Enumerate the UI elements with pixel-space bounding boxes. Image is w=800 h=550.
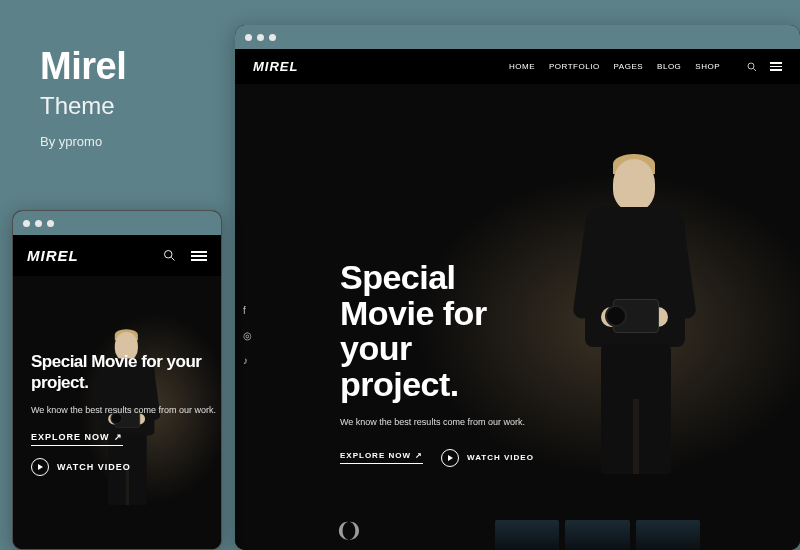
svg-line-3	[171, 257, 174, 260]
menu-icon[interactable]	[191, 251, 207, 261]
theme-subtitle: Theme	[40, 92, 126, 120]
hero-text: Special Movie for your project. We know …	[340, 260, 534, 467]
svg-line-1	[754, 68, 757, 71]
hero-image-person	[557, 159, 712, 479]
menu-icon[interactable]	[770, 62, 782, 71]
hero-section: f ◎ ♪ Special Movie for your project. We…	[235, 85, 800, 550]
hero-subtitle: We know the best results come from our w…	[31, 404, 221, 417]
logo[interactable]: MIREL	[253, 59, 298, 74]
instagram-icon[interactable]: ◎	[243, 330, 252, 341]
svg-point-2	[165, 251, 173, 259]
theme-info-block: Mirel Theme By ypromo	[40, 45, 126, 149]
facebook-icon[interactable]: f	[243, 305, 252, 316]
theme-byline: By ypromo	[40, 134, 126, 149]
svg-point-0	[748, 63, 754, 69]
hero-title-line: your	[340, 331, 534, 367]
site-header: MIREL HOME PORTFOLIO PAGES BLOG SHOP	[235, 49, 800, 84]
nav-shop[interactable]: SHOP	[695, 62, 720, 71]
site-header-mobile: MIREL	[13, 235, 221, 276]
logo[interactable]: MIREL	[27, 247, 79, 264]
explore-label: EXPLORE NOW	[31, 432, 110, 442]
watch-label: WATCH VIDEO	[467, 453, 534, 462]
hero-section-mobile: Special Movie for your project. We know …	[13, 271, 221, 549]
hero-title: Special Movie for your project.	[31, 351, 221, 394]
window-dot	[269, 34, 276, 41]
watch-label: WATCH VIDEO	[57, 462, 131, 472]
play-icon	[31, 458, 49, 476]
explore-label: EXPLORE NOW	[340, 451, 411, 460]
thumbnail-row	[235, 520, 800, 550]
thumbnail[interactable]	[495, 520, 559, 550]
theme-title: Mirel	[40, 45, 126, 88]
hero-subtitle: We know the best results come from our w…	[340, 417, 534, 427]
hero-cta: EXPLORE NOW ↗ WATCH VIDEO	[31, 432, 221, 476]
watch-video-button[interactable]: WATCH VIDEO	[31, 458, 131, 476]
window-dot	[245, 34, 252, 41]
hero-text-mobile: Special Movie for your project. We know …	[31, 351, 221, 476]
hero-title-line: Special	[340, 260, 534, 296]
watch-video-button[interactable]: WATCH VIDEO	[441, 449, 534, 467]
nav-blog[interactable]: BLOG	[657, 62, 681, 71]
tiktok-icon[interactable]: ♪	[243, 355, 252, 366]
hero-title-line: project.	[340, 367, 534, 403]
desktop-preview-frame: MIREL HOME PORTFOLIO PAGES BLOG SHOP	[235, 25, 800, 550]
window-dot	[47, 220, 54, 227]
nav-portfolio[interactable]: PORTFOLIO	[549, 62, 600, 71]
site-body: MIREL HOME PORTFOLIO PAGES BLOG SHOP	[235, 49, 800, 550]
search-icon[interactable]	[746, 61, 758, 73]
arrow-icon: ↗	[114, 432, 123, 442]
thumbnail[interactable]	[565, 520, 629, 550]
explore-button[interactable]: EXPLORE NOW ↗	[31, 432, 123, 446]
hero-title-line: Movie for	[340, 296, 534, 332]
mobile-preview-frame: MIREL Special Movie for your project. We…	[12, 210, 222, 550]
arrow-icon: ↗	[415, 451, 423, 460]
mobile-actions	[162, 248, 207, 263]
window-dot	[23, 220, 30, 227]
explore-button[interactable]: EXPLORE NOW ↗	[340, 451, 423, 464]
window-dot	[257, 34, 264, 41]
nav-actions	[746, 61, 782, 73]
hero-cta-row: EXPLORE NOW ↗ WATCH VIDEO	[340, 449, 534, 467]
site-body-mobile: MIREL Special Movie for your project. We…	[13, 235, 221, 549]
thumbnail[interactable]	[636, 520, 700, 550]
window-titlebar	[235, 25, 800, 49]
play-icon	[441, 449, 459, 467]
social-links: f ◎ ♪	[243, 305, 252, 366]
main-nav: HOME PORTFOLIO PAGES BLOG SHOP	[509, 61, 782, 73]
window-dot	[35, 220, 42, 227]
search-icon[interactable]	[162, 248, 177, 263]
window-titlebar	[13, 211, 221, 235]
hero-title: Special Movie for your project.	[340, 260, 534, 403]
nav-pages[interactable]: PAGES	[614, 62, 643, 71]
nav-home[interactable]: HOME	[509, 62, 535, 71]
